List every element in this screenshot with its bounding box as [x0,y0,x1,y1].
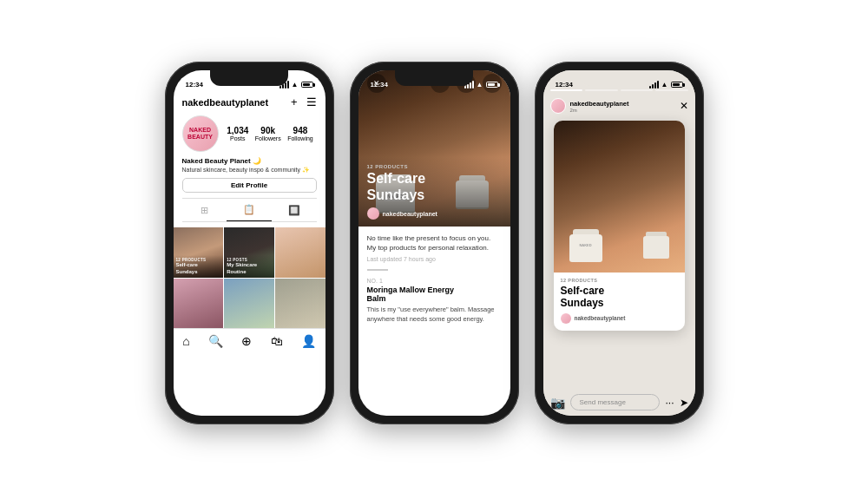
guide-description: No time like the present to focus on you… [367,233,502,253]
shop-icon[interactable]: 🛍 [271,334,283,348]
guide-author-name: nakedbeautyplanet [383,211,437,217]
add-post-icon[interactable]: ⊕ [241,334,252,348]
phone-screen-2: 12:34 ▲ [358,70,510,416]
grid-icon: ⊞ [201,205,208,216]
guide-body: No time like the present to focus on you… [358,227,510,331]
story-card-author: nakedbeautyplanet [561,313,678,324]
status-time-2: 12:34 [371,81,388,89]
story-card-image: NAKED [554,121,685,273]
posts-label: Posts [230,135,246,141]
story-time: 2m [570,108,680,113]
status-bar-2: 12:34 ▲ [358,70,510,92]
tab-tagged[interactable]: 🔲 [272,199,317,221]
profile-top-icons: + ☰ [291,95,317,108]
grid-item-3[interactable] [275,227,326,278]
camera-icon[interactable]: 📷 [550,396,565,410]
profile-stats-row: NAKEDBEAUTY 1,034 Posts 90k Followers 94… [182,115,317,152]
battery-icon-2 [486,82,498,88]
guide-updated: Last updated 7 hours ago [367,256,502,262]
status-time: 12:34 [186,81,203,89]
guide-author-row: nakedbeautyplanet [367,207,502,220]
story-avatar[interactable] [550,98,566,114]
profile-top-bar: nakedbeautyplanet + ☰ [182,95,317,108]
send-message-input[interactable]: Send message [570,394,661,410]
home-icon[interactable]: ⌂ [182,334,189,348]
search-icon[interactable]: 🔍 [208,334,223,348]
story-card[interactable]: NAKED 12 PRODUCTS Self-careSundays naked… [554,121,685,331]
avatar[interactable]: NAKEDBEAUTY [182,115,219,152]
profile-username: nakedbeautyplanet [182,97,269,108]
grid-item-6[interactable] [275,279,326,329]
story-user-info: nakedbeautyplanet 2m [570,100,680,113]
guide-header-image: NAKED ✕ 🛍 ↕ ··· 12 [358,70,510,227]
posts-count: 1,034 [227,126,248,135]
phone-story: 12:34 ▲ [535,62,704,424]
following-stat[interactable]: 948 Following [287,126,313,141]
battery-icon [301,82,313,88]
grid-overlay-2: 12 POSTS My SkincareRoutine [224,255,274,277]
followers-stat[interactable]: 90k Followers [255,126,281,141]
story-card-badge: 12 PRODUCTS [561,278,678,283]
story-card-avatar [561,313,571,324]
status-icons-3: ▲ [649,81,683,89]
profile-header: nakedbeautyplanet + ☰ NAKEDBEAUTY 1,034 … [174,92,326,227]
grid-title-2: My SkincareRoutine [227,262,272,274]
grid-item-2[interactable]: 12 POSTS My SkincareRoutine [224,227,274,278]
wifi-icon-3: ▲ [661,81,668,89]
profile-icon[interactable]: 👤 [301,334,316,348]
wifi-icon: ▲ [292,81,299,89]
status-icons-2: ▲ [464,81,498,89]
story-card-body: 12 PRODUCTS Self-careSundays nakedbeauty… [554,273,685,331]
reels-icon: 📋 [243,204,255,215]
more-options-icon[interactable]: ··· [665,397,674,409]
followers-label: Followers [255,135,281,141]
grid-item-1[interactable]: 12 PRODUCTS Self-careSundays [174,227,224,278]
story-close-icon[interactable]: ✕ [680,100,688,112]
tab-reels[interactable]: 📋 [227,199,272,221]
hamburger-icon[interactable]: ☰ [306,95,317,108]
status-time-3: 12:34 [556,81,573,89]
share-icon[interactable]: ➤ [680,397,688,409]
signal-icon-3 [649,82,659,89]
grid-item-5[interactable] [224,279,274,329]
signal-icon-2 [464,82,474,89]
battery-icon-3 [671,82,683,88]
phone-screen-3: 12:34 ▲ [543,70,695,416]
grid-title-1: Self-careSundays [176,262,221,274]
profile-tabs: ⊞ 📋 🔲 [182,198,317,222]
story-card-title: Self-careSundays [561,285,678,310]
status-bar-3: 12:34 ▲ [543,70,695,92]
story-jar-2 [643,236,669,259]
guide-author-avatar[interactable] [367,207,379,220]
story-jar-1: NAKED [569,234,602,262]
following-count: 948 [293,126,308,135]
guide-badge: 12 PRODUCTS [367,164,502,169]
posts-stat[interactable]: 1,034 Posts [227,126,248,141]
tab-grid[interactable]: ⊞ [182,199,227,221]
add-icon[interactable]: + [291,95,298,108]
wifi-icon-2: ▲ [477,81,483,89]
phone-screen: 12:34 ▲ nakedbeautypla [174,70,326,416]
tagged-icon: 🔲 [288,205,300,216]
profile-bio: Natural skincare, beauty inspo & communi… [182,166,317,174]
stats-group: 1,034 Posts 90k Followers 948 Following [224,126,317,141]
guide-item-name: Moringa Mallow EnergyBalm [367,286,502,303]
profile-display-name: Naked Beauty Planet 🌙 [182,157,317,165]
followers-count: 90k [260,126,275,135]
story-card-username: nakedbeautyplanet [575,315,626,321]
guide-divider [367,269,388,271]
story-username: nakedbeautyplanet [570,100,680,108]
phone-profile: 12:34 ▲ nakedbeautypla [165,62,334,424]
guide-item-number: NO. 1 [367,278,502,284]
story-bottom-bar: 📷 Send message ··· ➤ [543,394,695,410]
bottom-nav: ⌂ 🔍 ⊕ 🛍 👤 [174,328,326,351]
profile-grid: 12 PRODUCTS Self-careSundays 12 POSTS My… [174,227,326,328]
following-label: Following [287,135,313,141]
edit-profile-button[interactable]: Edit Profile [182,178,317,193]
story-top-bar: nakedbeautyplanet 2m ✕ [543,95,695,117]
phone-notch [210,70,288,86]
message-placeholder: Send message [580,398,626,406]
guide-title: Self-careSundays [367,171,502,203]
phone-guide: 12:34 ▲ [350,62,519,424]
grid-item-4[interactable] [174,279,224,329]
